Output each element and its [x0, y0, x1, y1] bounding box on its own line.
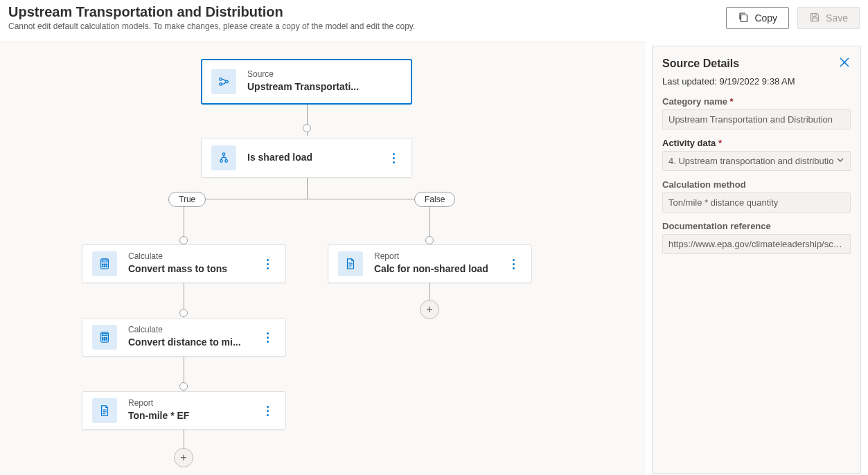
activity-select[interactable]: 4. Upstream transportation and distribut…	[662, 151, 851, 171]
svg-point-15	[104, 266, 105, 267]
doc-label: Documentation reference	[662, 221, 851, 231]
add-node-button[interactable]: +	[174, 448, 193, 467]
source-icon	[211, 69, 236, 94]
node-type-label: Report	[128, 398, 259, 409]
svg-rect-1	[813, 13, 816, 16]
node-report[interactable]: Report Ton-mile * EF	[82, 391, 286, 430]
category-input[interactable]: Upstream Transportation and Distribution	[662, 109, 851, 129]
node-calculate[interactable]: Calculate Convert mass to tons	[82, 244, 286, 283]
svg-rect-10	[102, 260, 107, 262]
svg-point-5	[226, 80, 229, 83]
branch-true-pill: True	[168, 192, 206, 207]
node-more-button[interactable]	[259, 259, 276, 269]
add-node-button[interactable]: +	[420, 300, 439, 319]
svg-point-19	[103, 337, 103, 338]
svg-point-14	[103, 266, 103, 267]
node-more-button[interactable]	[385, 153, 402, 163]
method-label: Calculation method	[662, 179, 851, 190]
chevron-down-icon	[836, 156, 844, 166]
copy-icon	[738, 12, 749, 25]
save-button-label: Save	[826, 12, 848, 24]
svg-point-13	[106, 264, 107, 265]
method-input[interactable]: Ton/mile * distance quantity	[662, 192, 851, 213]
branch-icon	[211, 145, 236, 170]
calculator-icon	[92, 251, 117, 276]
doc-input[interactable]: https://www.epa.gov/climateleadership/sc…	[662, 234, 851, 254]
node-type-label: Source	[247, 69, 402, 80]
save-button: Save	[797, 7, 860, 29]
svg-point-12	[104, 264, 105, 265]
node-type-label: Calculate	[128, 325, 259, 336]
connector-port	[179, 236, 188, 244]
svg-rect-18	[102, 334, 107, 336]
connector-port	[303, 124, 311, 132]
node-calculate[interactable]: Calculate Convert distance to mi...	[82, 318, 286, 357]
node-title: Convert mass to tons	[128, 262, 259, 276]
svg-point-23	[104, 339, 105, 340]
node-type-label: Report	[374, 251, 505, 262]
page-header: Upstream Transportation and Distribution…	[0, 0, 868, 34]
flow-canvas[interactable]: Source Upstream Transportati... Is share…	[0, 42, 646, 475]
page-subtitle: Cannot edit default calculation models. …	[8, 21, 726, 31]
connector	[307, 178, 308, 199]
svg-point-20	[104, 337, 105, 338]
branch-false-pill: False	[414, 192, 455, 207]
node-report[interactable]: Report Calc for non-shared load	[328, 244, 532, 283]
node-title: Convert distance to mi...	[128, 336, 259, 350]
document-icon	[92, 398, 117, 423]
svg-point-11	[103, 264, 103, 265]
node-title: Is shared load	[247, 151, 385, 165]
details-panel: Source Details Last updated: 9/19/2022 9…	[652, 46, 861, 474]
copy-button[interactable]: Copy	[726, 7, 789, 29]
svg-rect-0	[741, 15, 747, 21]
svg-point-4	[220, 83, 222, 86]
category-label: Category name *	[662, 96, 851, 107]
node-more-button[interactable]	[259, 332, 276, 343]
node-title: Ton-mile * EF	[128, 409, 259, 423]
node-decision[interactable]: Is shared load	[201, 138, 412, 178]
last-updated: Last updated: 9/19/2022 9:38 AM	[662, 76, 851, 87]
calculator-icon	[92, 325, 117, 350]
panel-title: Source Details	[662, 57, 739, 70]
close-button[interactable]	[838, 56, 851, 71]
page-title: Upstream Transportation and Distribution	[8, 4, 726, 20]
activity-label: Activity data *	[662, 138, 851, 148]
copy-button-label: Copy	[754, 12, 777, 24]
connector-port	[179, 382, 188, 391]
close-icon	[838, 60, 851, 71]
node-more-button[interactable]	[505, 259, 522, 269]
connector	[184, 199, 430, 199]
connector	[184, 430, 184, 448]
connector	[429, 283, 430, 300]
svg-rect-2	[813, 18, 817, 21]
svg-point-24	[106, 339, 107, 340]
svg-point-22	[103, 339, 103, 340]
svg-point-3	[220, 78, 222, 81]
save-icon	[809, 12, 820, 25]
connector-port	[179, 309, 188, 317]
svg-point-6	[222, 153, 225, 156]
node-title: Calc for non-shared load	[374, 262, 505, 276]
svg-point-7	[220, 160, 223, 163]
svg-point-8	[225, 160, 228, 163]
svg-point-21	[106, 337, 107, 338]
node-title: Upstream Transportati...	[247, 80, 402, 94]
svg-point-16	[106, 266, 107, 267]
connector-port	[425, 236, 434, 244]
document-icon	[338, 251, 363, 276]
node-source[interactable]: Source Upstream Transportati...	[201, 59, 412, 105]
node-type-label: Calculate	[128, 251, 259, 262]
node-more-button[interactable]	[259, 406, 276, 416]
